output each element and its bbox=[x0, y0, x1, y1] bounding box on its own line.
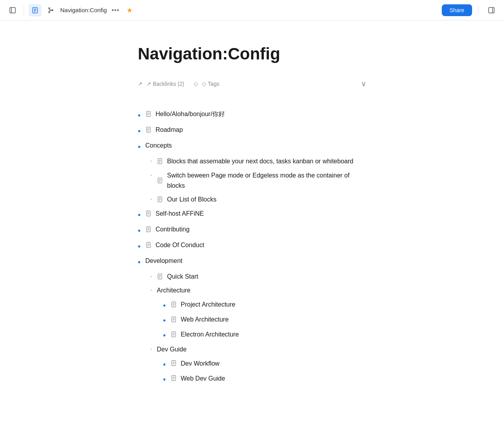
bullet-icon: • bbox=[138, 141, 141, 152]
bullet-icon: • bbox=[163, 315, 166, 325]
bullet-icon: ◦ bbox=[150, 286, 152, 295]
bullet-icon: • bbox=[163, 374, 166, 385]
backlinks-label: ↗ Backlinks (2) bbox=[146, 81, 184, 87]
list-item: ◦ Blocks that assemable your next docs, … bbox=[150, 154, 366, 168]
item-label: Switch beween Page mode or Edgeless mode… bbox=[167, 170, 366, 190]
bullet-icon: • bbox=[138, 126, 141, 137]
toolbar-left: Navigation:Config ••• ★ bbox=[6, 4, 439, 17]
backlinks-arrow-icon: ↗ bbox=[138, 81, 143, 87]
more-options-button[interactable]: ••• bbox=[110, 5, 121, 16]
page-title: Navigation:Config bbox=[138, 44, 366, 64]
item-label: Electron Architecture bbox=[181, 329, 239, 340]
toggle-sidebar-button[interactable] bbox=[6, 4, 19, 17]
item-label: Concepts bbox=[145, 141, 172, 151]
list-item: • Dev Workflow bbox=[163, 357, 366, 372]
tags-diamond-icon: ◇ bbox=[194, 81, 198, 87]
item-label: Blocks that assemable your next docs, ta… bbox=[167, 156, 353, 166]
page-doc-icon bbox=[145, 210, 152, 217]
bullet-icon: • bbox=[163, 359, 166, 370]
share-button[interactable]: Share bbox=[442, 4, 472, 16]
list-item: • Web Architecture bbox=[163, 312, 366, 327]
bullet-icon: • bbox=[138, 257, 141, 268]
list-item: ◦ Architecture bbox=[150, 283, 366, 298]
list-item: ◦ Quick Start bbox=[150, 270, 366, 284]
nested-list-architecture: • Project Architecture bbox=[150, 298, 366, 342]
backlinks-item[interactable]: ↗ ↗ Backlinks (2) bbox=[138, 81, 184, 87]
tags-item[interactable]: ◇ ◇ Tags bbox=[194, 81, 219, 87]
list-item: • Hello/Aloha/bonjour/你好 bbox=[138, 107, 366, 123]
toolbar-divider-1 bbox=[24, 6, 24, 15]
item-label: Contributing bbox=[156, 224, 189, 235]
bullet-icon: • bbox=[138, 241, 141, 252]
item-label: Development bbox=[145, 256, 182, 266]
main-content: Navigation:Config ↗ ↗ Backlinks (2) ◇ ◇ … bbox=[75, 20, 429, 410]
bullet-icon: ◦ bbox=[150, 157, 152, 166]
list-item: ◦ Dev Guide bbox=[150, 342, 366, 357]
bullet-icon: ◦ bbox=[150, 195, 152, 204]
item-label: Hello/Aloha/bonjour/你好 bbox=[156, 109, 225, 119]
item-label: Dev Guide bbox=[157, 344, 187, 355]
page-doc-icon bbox=[157, 196, 164, 203]
expand-icon[interactable]: ∨ bbox=[361, 79, 366, 88]
doc-view-button[interactable] bbox=[29, 4, 41, 17]
list-item: • Self-host AFFiNE bbox=[138, 207, 366, 222]
bullet-icon: • bbox=[163, 300, 166, 311]
svg-rect-9 bbox=[489, 7, 494, 13]
list-item: • Project Architecture bbox=[163, 298, 366, 312]
list-item: • Development bbox=[138, 254, 366, 270]
item-label: Code Of Conduct bbox=[156, 240, 204, 250]
bullet-icon: • bbox=[163, 330, 166, 340]
layout-button[interactable] bbox=[485, 4, 498, 17]
page-doc-icon bbox=[170, 331, 178, 338]
content-list: • Hello/Aloha/bonjour/你好 • bbox=[138, 107, 366, 386]
nested-list-devguide: • Dev Workflow bbox=[150, 357, 366, 386]
item-label: Our List of Blocks bbox=[167, 194, 216, 205]
item-label: Quick Start bbox=[167, 272, 198, 282]
toolbar-divider-2 bbox=[478, 6, 479, 15]
item-label: Web Dev Guide bbox=[181, 373, 225, 384]
page-doc-icon bbox=[157, 177, 164, 184]
bullet-icon: • bbox=[138, 110, 141, 121]
list-item: • Code Of Conduct bbox=[138, 238, 366, 254]
doc-title-area: Navigation:Config ••• ★ bbox=[60, 5, 135, 16]
list-item: ◦ Our List of Blocks bbox=[150, 192, 366, 207]
svg-point-7 bbox=[49, 11, 50, 13]
item-label: Project Architecture bbox=[181, 299, 235, 310]
metadata-row: ↗ ↗ Backlinks (2) ◇ ◇ Tags ∨ bbox=[138, 79, 366, 93]
page-doc-icon bbox=[157, 158, 164, 165]
bullet-icon: ◦ bbox=[150, 345, 152, 354]
list-item: • Web Dev Guide bbox=[163, 372, 366, 386]
toolbar-right: Share bbox=[442, 4, 498, 17]
page-doc-icon bbox=[157, 273, 164, 280]
nested-list: ◦ Blocks that assemable your next docs, … bbox=[138, 154, 366, 206]
toolbar: Navigation:Config ••• ★ Share bbox=[0, 0, 504, 20]
page-doc-icon bbox=[145, 226, 152, 233]
svg-rect-0 bbox=[10, 7, 15, 13]
app-container: Navigation:Config ••• ★ Share Navigation… bbox=[0, 0, 504, 410]
item-label: Self-host AFFiNE bbox=[156, 209, 204, 219]
page-doc-icon bbox=[145, 242, 152, 249]
page-doc-icon bbox=[145, 111, 152, 118]
bullet-icon: • bbox=[138, 225, 141, 236]
list-item: • Concepts bbox=[138, 139, 366, 154]
tags-label: ◇ Tags bbox=[202, 81, 219, 87]
bullet-icon: • bbox=[138, 209, 141, 220]
page-doc-icon bbox=[170, 375, 178, 382]
list-item: ◦ Switch beween Page mode or Edgeless mo… bbox=[150, 168, 366, 192]
page-doc-icon bbox=[170, 316, 178, 323]
bullet-icon: ◦ bbox=[150, 272, 152, 281]
item-label: Web Architecture bbox=[181, 314, 229, 325]
list-item: • Contributing bbox=[138, 222, 366, 238]
page-doc-icon bbox=[145, 126, 152, 133]
page-doc-icon bbox=[170, 301, 178, 308]
branch-view-button[interactable] bbox=[44, 4, 57, 17]
list-item: • Roadmap bbox=[138, 123, 366, 139]
svg-point-6 bbox=[49, 7, 50, 9]
bullet-icon: ◦ bbox=[150, 171, 152, 180]
item-label: Roadmap bbox=[156, 125, 183, 135]
item-label: Architecture bbox=[157, 285, 190, 296]
item-label: Dev Workflow bbox=[181, 359, 219, 369]
page-doc-icon bbox=[170, 360, 178, 367]
star-button[interactable]: ★ bbox=[124, 5, 135, 16]
list-item: • Electron Architecture bbox=[163, 327, 366, 342]
